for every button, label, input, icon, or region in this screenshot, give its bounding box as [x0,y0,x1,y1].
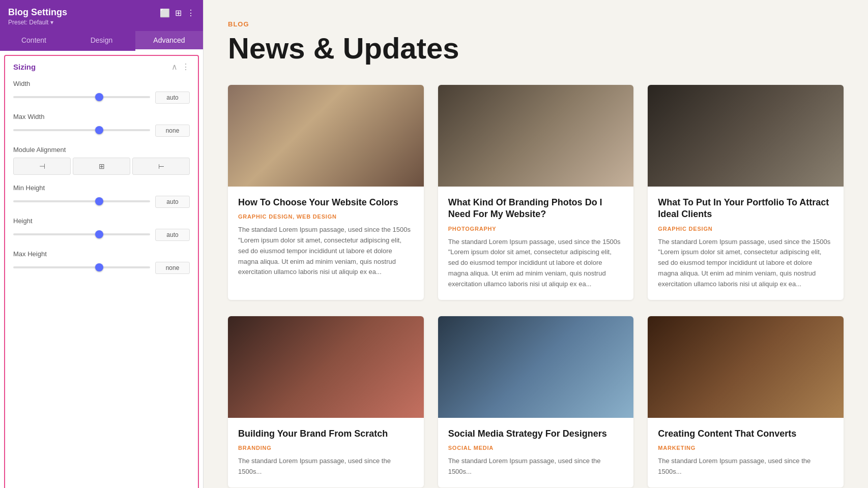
max-height-input[interactable] [155,262,190,274]
max-height-slider-row [13,262,190,274]
panel-title: Blog Settings [8,7,67,18]
module-alignment-field: Module Alignment ⊣ ⊞ ⊢ [13,146,190,175]
max-width-slider-row [13,125,190,137]
card-image [438,316,634,418]
max-width-slider-wrapper[interactable] [13,129,150,132]
max-height-label: Max Height [13,250,190,258]
max-width-input[interactable] [155,125,190,137]
card-excerpt: The standard Lorem Ipsum passage, used s… [238,225,414,278]
align-center-button[interactable]: ⊞ [73,158,130,175]
card-image [438,85,634,187]
height-slider-wrapper[interactable] [13,233,150,236]
card-excerpt: The standard Lorem Ipsum passage, used s… [448,456,624,477]
min-height-field: Min Height [13,184,190,208]
height-slider-thumb[interactable] [95,230,103,238]
card-title: Creating Content That Converts [658,428,833,440]
card-excerpt: The standard Lorem Ipsum passage, used s… [448,237,624,290]
tab-design[interactable]: Design [68,31,135,51]
width-slider-row [13,92,190,104]
blog-card: Creating Content That Converts MARKETING… [648,316,844,487]
min-height-label: Min Height [13,184,190,192]
card-excerpt: The standard Lorem Ipsum passage, used s… [658,237,833,290]
panel-tabs: Content Design Advanced [0,31,203,51]
height-slider-row [13,229,190,241]
card-image [648,85,844,187]
tab-advanced[interactable]: Advanced [135,31,203,51]
blog-card: What To Put In Your Portfolio To Attract… [648,85,844,300]
blog-card: What Kind Of Branding Photos Do I Need F… [438,85,634,300]
sizing-more-icon[interactable]: ⋮ [182,62,190,72]
card-body: Social Media Strategy For Designers SOCI… [438,418,634,487]
card-category: SOCIAL MEDIA [448,445,624,451]
max-height-field: Max Height [13,250,190,274]
card-title: What To Put In Your Portfolio To Attract… [658,197,833,221]
card-title: How To Choose Your Website Colors [238,197,414,208]
max-width-slider-thumb[interactable] [95,126,103,134]
alignment-buttons: ⊣ ⊞ ⊢ [13,158,190,175]
card-title: What Kind Of Branding Photos Do I Need F… [448,197,624,221]
card-body: Creating Content That Converts MARKETING… [648,418,844,487]
module-alignment-label: Module Alignment [13,146,190,154]
width-input[interactable] [155,92,190,104]
width-slider-thumb[interactable] [95,93,103,101]
max-height-slider-thumb[interactable] [95,263,103,271]
panel-header-icons: ⬜ ⊞ ⋮ [160,8,195,18]
card-body: What To Put In Your Portfolio To Attract… [648,187,844,300]
sizing-header-controls: ∧ ⋮ [171,62,190,72]
sizing-title: Sizing [13,63,36,71]
height-field: Height [13,217,190,241]
blog-section-label: BLOG [228,20,844,28]
max-width-label: Max Width [13,113,190,120]
more-icon[interactable]: ⋮ [187,8,195,18]
min-height-slider-wrapper[interactable] [13,200,150,203]
card-category: GRAPHIC DESIGN, WEB DESIGN [238,214,414,220]
main-content: BLOG News & Updates How To Choose Your W… [204,0,868,488]
blog-grid: How To Choose Your Website Colors GRAPHI… [228,85,844,300]
tab-content[interactable]: Content [0,31,68,51]
grid-icon[interactable]: ⊞ [175,8,182,18]
panel-preset: Preset: Default ▾ [8,19,67,26]
card-image [228,316,424,418]
card-excerpt: The standard Lorem Ipsum passage, used s… [238,456,414,477]
blog-card: Building Your Brand From Scratch BRANDIN… [228,316,424,487]
sizing-header: Sizing ∧ ⋮ [13,62,190,72]
align-right-button[interactable]: ⊢ [132,158,190,175]
panel-header: Blog Settings Preset: Default ▾ ⬜ ⊞ ⋮ [0,0,203,31]
min-height-input[interactable] [155,196,190,208]
card-image [228,85,424,187]
width-label: Width [13,80,190,87]
card-title: Building Your Brand From Scratch [238,428,414,440]
card-category: PHOTOGRAPHY [448,226,624,232]
max-height-slider-wrapper[interactable] [13,266,150,269]
card-category: GRAPHIC DESIGN [658,226,833,232]
card-category: MARKETING [658,445,833,451]
card-body: How To Choose Your Website Colors GRAPHI… [228,187,424,288]
card-excerpt: The standard Lorem Ipsum passage, used s… [658,456,833,477]
width-field: Width [13,80,190,104]
min-height-slider-row [13,196,190,208]
blog-title: News & Updates [228,32,844,65]
blog-settings-panel: Blog Settings Preset: Default ▾ ⬜ ⊞ ⋮ Co… [0,0,204,488]
blog-card: How To Choose Your Website Colors GRAPHI… [228,85,424,300]
card-category: BRANDING [238,445,414,451]
sizing-section: Sizing ∧ ⋮ Width Max Width [4,55,199,488]
max-width-field: Max Width [13,113,190,137]
window-icon[interactable]: ⬜ [160,8,170,18]
height-label: Height [13,217,190,225]
blog-card: Social Media Strategy For Designers SOCI… [438,316,634,487]
width-slider-wrapper[interactable] [13,96,150,99]
min-height-slider-thumb[interactable] [95,197,103,205]
align-left-button[interactable]: ⊣ [13,158,71,175]
card-image [648,316,844,418]
blog-grid-bottom: Building Your Brand From Scratch BRANDIN… [228,316,844,487]
height-input[interactable] [155,229,190,241]
sizing-collapse-icon[interactable]: ∧ [171,62,178,72]
card-body: Building Your Brand From Scratch BRANDIN… [228,418,424,487]
card-body: What Kind Of Branding Photos Do I Need F… [438,187,634,300]
card-title: Social Media Strategy For Designers [448,428,624,440]
